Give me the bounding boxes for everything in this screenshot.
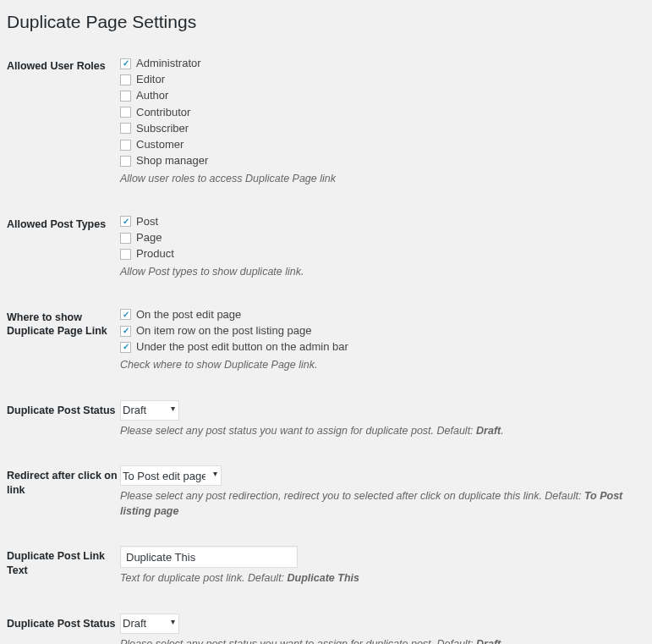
desc-allowed-user-roles: Allow user roles to access Duplicate Pag… [120,172,645,187]
label-redirect-1: Redirect after click on link [7,452,120,532]
checkbox-option[interactable]: On item row on the post listing page [120,323,645,339]
checkbox-option[interactable]: Under the post edit button on the admin … [120,339,645,355]
checkbox-icon[interactable] [120,123,131,134]
checkbox-icon[interactable] [120,216,131,227]
settings-table: Allowed User Roles AdministratorEditorAu… [7,42,645,644]
checkbox-option[interactable]: Contributor [120,105,645,120]
checkbox-label: Contributor [136,105,190,120]
checkbox-icon[interactable] [120,140,131,151]
checkbox-label: Page [136,230,162,245]
checkbox-label: Administrator [136,56,201,71]
checkbox-icon[interactable] [120,91,131,102]
desc-redirect-1: Please select any post redirection, redi… [120,489,645,519]
label-post-status-1: Duplicate Post Status [7,387,120,453]
label-where-to-show: Where to show Duplicate Page Link [7,294,120,387]
checkbox-label: Editor [136,72,165,87]
checkbox-option[interactable]: Administrator [120,56,645,71]
checkbox-option[interactable]: Editor [120,72,645,87]
checkbox-icon[interactable] [120,74,131,85]
checkbox-group-post-types: PostPageProduct [120,214,645,262]
page-title: Duplicate Page Settings [7,7,645,42]
desc-post-status-2: Please select any post status you want t… [120,637,645,644]
checkbox-option[interactable]: Author [120,88,645,103]
checkbox-icon[interactable] [120,342,131,353]
checkbox-option[interactable]: On the post edit page [120,307,645,322]
label-link-text-1: Duplicate Post Link Text [7,532,120,600]
desc-allowed-post-types: Allow Post types to show duplicate link. [120,265,645,280]
input-link-text-1[interactable] [120,546,298,568]
checkbox-label: Under the post edit button on the admin … [136,339,348,355]
desc-where-to-show: Check where to show Duplicate Page link. [120,358,645,373]
desc-post-status-1: Please select any post status you want t… [120,424,645,439]
checkbox-label: Customer [136,137,184,152]
checkbox-icon[interactable] [120,107,131,118]
select-post-status-1[interactable]: Draft [120,400,179,421]
select-redirect-1[interactable]: To Post edit page [120,465,222,486]
label-allowed-user-roles: Allowed User Roles [7,42,120,201]
checkbox-option[interactable]: Shop manager [120,153,645,168]
checkbox-icon[interactable] [120,326,131,337]
checkbox-option[interactable]: Post [120,214,645,229]
checkbox-icon[interactable] [120,309,131,320]
checkbox-group-user-roles: AdministratorEditorAuthorContributorSubs… [120,56,645,168]
checkbox-icon[interactable] [120,58,131,69]
checkbox-label: Shop manager [136,153,208,168]
select-post-status-2[interactable]: Draft [120,614,179,634]
checkbox-option[interactable]: Subscriber [120,121,645,136]
checkbox-label: On the post edit page [136,307,241,322]
checkbox-icon[interactable] [120,233,131,244]
desc-link-text-1: Text for duplicate post link. Default: D… [120,571,645,586]
checkbox-label: Subscriber [136,121,189,136]
label-post-status-2: Duplicate Post Status [7,600,120,644]
checkbox-icon[interactable] [120,249,131,260]
checkbox-group-where-to-show: On the post edit pageOn item row on the … [120,307,645,355]
checkbox-option[interactable]: Customer [120,137,645,152]
checkbox-label: On item row on the post listing page [136,323,311,339]
checkbox-option[interactable]: Page [120,230,645,245]
checkbox-icon[interactable] [120,156,131,167]
checkbox-label: Author [136,88,168,103]
checkbox-option[interactable]: Product [120,246,645,261]
checkbox-label: Product [136,246,174,261]
label-allowed-post-types: Allowed Post Types [7,201,120,294]
checkbox-label: Post [136,214,158,229]
